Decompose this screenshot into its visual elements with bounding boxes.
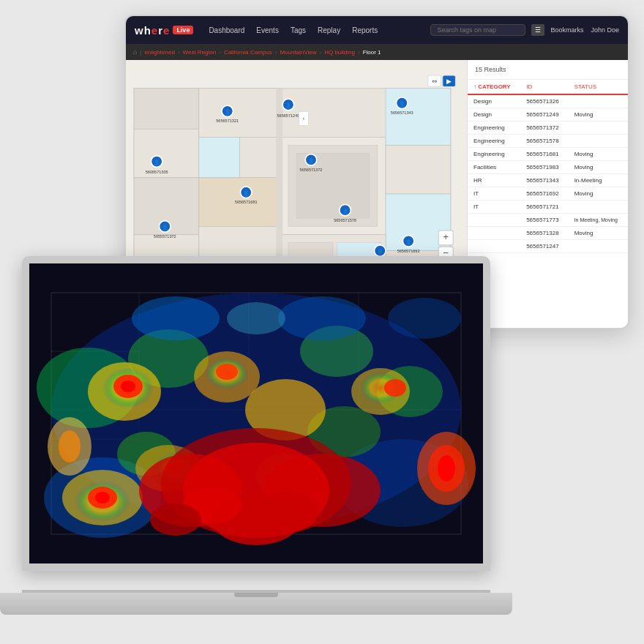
- cell-category: IT: [468, 201, 520, 214]
- svg-text:👤: 👤: [285, 102, 292, 108]
- col-category[interactable]: ↑ CATEGORY: [468, 80, 520, 94]
- nav-events[interactable]: Events: [251, 25, 284, 36]
- bc-mountain-view[interactable]: MountainView: [280, 49, 316, 56]
- cell-category: Engineering: [468, 121, 520, 135]
- panel-collapse-button[interactable]: ‹: [299, 111, 309, 126]
- svg-text:5656571681: 5656571681: [235, 200, 258, 204]
- cell-category: Facilities: [468, 161, 520, 174]
- laptop-base: [0, 593, 512, 615]
- svg-text:👤: 👤: [399, 100, 405, 107]
- table-row[interactable]: IT5656571692Moving: [468, 187, 628, 201]
- table-row[interactable]: IT5656571721: [468, 201, 628, 214]
- nav-right: Bookmarks John Doe: [550, 26, 619, 34]
- cell-status: [569, 94, 628, 108]
- cell-status: [569, 240, 628, 253]
- col-id[interactable]: ID: [520, 80, 568, 94]
- table-row[interactable]: 5656571773In Meeting, Moving: [468, 214, 628, 227]
- nav-bar: where Live Dashboard Events Tags Replay …: [126, 16, 628, 44]
- cell-status: Moving: [569, 161, 628, 174]
- table-row[interactable]: Design5656571249Moving: [468, 108, 628, 121]
- col-status[interactable]: STATUS: [569, 80, 628, 94]
- cell-status: In-Meeting: [569, 174, 628, 187]
- svg-point-117: [278, 296, 366, 340]
- table-row[interactable]: Design5656571326: [468, 94, 628, 108]
- svg-text:5656571692: 5656571692: [397, 249, 420, 253]
- nav-dashboard[interactable]: Dashboard: [203, 25, 250, 36]
- filter-icon[interactable]: ☰: [531, 24, 544, 36]
- svg-rect-9: [239, 137, 280, 177]
- nav-reports[interactable]: Reports: [347, 25, 383, 36]
- svg-point-111: [95, 492, 110, 503]
- cell-status: [569, 201, 628, 214]
- breadcrumb: ⌂ | enlightened › West Region › Californ…: [126, 44, 628, 60]
- cell-category: [468, 240, 520, 253]
- svg-text:👤: 👤: [308, 157, 315, 164]
- cell-category: IT: [468, 187, 520, 201]
- table-row[interactable]: 5656571247: [468, 240, 628, 253]
- table-row[interactable]: Engineering5656571578: [468, 135, 628, 148]
- laptop: [22, 256, 505, 615]
- user-label[interactable]: John Doe: [591, 26, 619, 34]
- nav-items: Dashboard Events Tags Replay Reports: [203, 25, 424, 36]
- svg-text:⇔: ⇔: [432, 78, 438, 85]
- table-row[interactable]: Engineering5656571681Moving: [468, 148, 628, 161]
- svg-rect-2: [134, 89, 199, 129]
- cell-id: 5656571326: [520, 94, 568, 108]
- svg-rect-16: [386, 89, 451, 146]
- svg-text:👤: 👤: [377, 248, 383, 255]
- svg-point-122: [438, 455, 455, 482]
- svg-text:5656571249: 5656571249: [277, 113, 300, 118]
- svg-text:5656571372: 5656571372: [300, 168, 323, 172]
- cell-id: 5656571681: [520, 148, 568, 161]
- cell-id: 5656571721: [520, 201, 568, 214]
- cell-category: Design: [468, 108, 520, 121]
- heatmap: [29, 263, 483, 564]
- svg-rect-7: [199, 89, 280, 138]
- search-input[interactable]: [430, 24, 525, 36]
- bc-hq-building[interactable]: HQ building: [324, 49, 355, 56]
- bc-california[interactable]: California Campus: [224, 49, 272, 56]
- cell-status: In Meeting, Moving: [569, 214, 628, 227]
- laptop-screen: [22, 256, 490, 571]
- svg-text:5656571321: 5656571321: [216, 119, 239, 123]
- table-row[interactable]: 5656571328Moving: [468, 227, 628, 240]
- live-badge: Live: [173, 26, 193, 34]
- table-row[interactable]: HR5656571343In-Meeting: [468, 174, 628, 187]
- svg-text:👤: 👤: [225, 108, 231, 115]
- svg-text:▶: ▶: [446, 78, 452, 85]
- cell-status: [569, 135, 628, 148]
- bookmarks-label[interactable]: Bookmarks: [550, 26, 583, 34]
- svg-text:5656571343: 5656571343: [391, 111, 413, 115]
- cell-category: Engineering: [468, 148, 520, 161]
- bc-west-region[interactable]: West Region: [183, 49, 217, 56]
- cell-id: 5656571249: [520, 108, 568, 121]
- svg-point-116: [132, 296, 220, 340]
- table-row[interactable]: Facilities5656571983Moving: [468, 161, 628, 174]
- svg-text:👤: 👤: [342, 208, 349, 214]
- bc-enlightened[interactable]: enlightened: [145, 49, 175, 56]
- logo-area: where Live: [135, 24, 193, 37]
- svg-point-114: [252, 492, 318, 533]
- svg-text:👤: 👤: [154, 159, 160, 165]
- svg-text:👤: 👤: [243, 190, 250, 196]
- app-logo: where: [135, 24, 170, 37]
- nav-tags[interactable]: Tags: [285, 25, 311, 36]
- nav-replay[interactable]: Replay: [312, 25, 345, 36]
- svg-point-124: [59, 430, 80, 463]
- svg-text:5606571305: 5606571305: [146, 170, 168, 174]
- svg-point-119: [227, 302, 285, 334]
- cell-category: HR: [468, 174, 520, 187]
- table-row[interactable]: Engineering5656571372: [468, 121, 628, 135]
- svg-text:+: +: [443, 231, 449, 242]
- svg-point-109: [216, 364, 238, 380]
- cell-id: 5656571983: [520, 161, 568, 174]
- svg-point-107: [121, 381, 135, 392]
- svg-rect-17: [386, 145, 451, 194]
- cell-status: Moving: [569, 187, 628, 201]
- bc-floor1: Floor 1: [363, 49, 381, 56]
- results-count: 15 Results: [468, 60, 628, 80]
- home-icon[interactable]: ⌂: [133, 48, 137, 56]
- cell-id: 5656571343: [520, 174, 568, 187]
- cell-status: [569, 121, 628, 135]
- svg-text:5656571578: 5656571578: [334, 218, 356, 222]
